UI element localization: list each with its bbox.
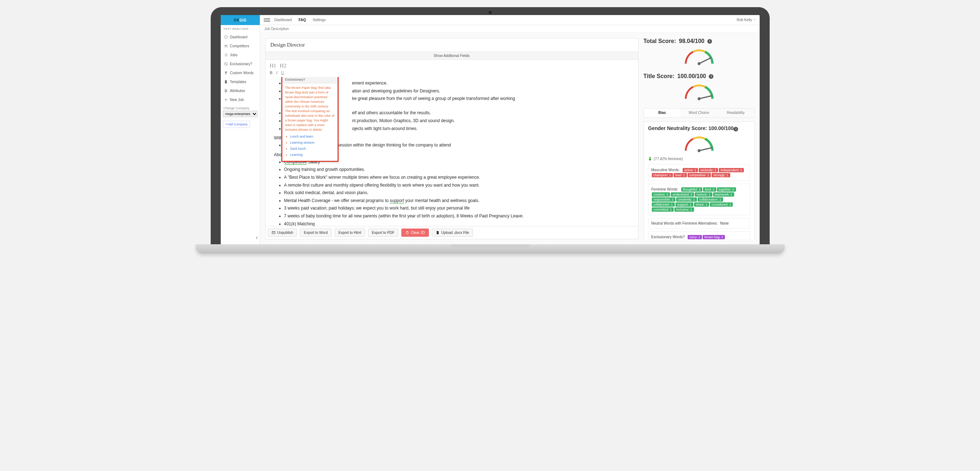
change-company-label: Change Company bbox=[221, 104, 260, 111]
info-icon[interactable]: i bbox=[733, 127, 738, 132]
sidebar-item-attributes[interactable]: Attributes bbox=[221, 86, 260, 95]
tab-readability[interactable]: Readability bbox=[718, 108, 754, 117]
sidebar-item-jobs[interactable]: Jobs bbox=[221, 51, 260, 59]
word-pill[interactable]: responsible: 1 bbox=[652, 197, 675, 201]
word-pill[interactable]: wickedly: 1 bbox=[699, 168, 718, 172]
word-pill[interactable]: inclusive: 1 bbox=[675, 208, 694, 212]
svg-point-2 bbox=[226, 45, 227, 46]
list-item: Rock solid medical, dental, and vision p… bbox=[284, 189, 630, 196]
list-item: Ongoing training and growth opportunitie… bbox=[284, 166, 630, 173]
word-pill[interactable]: committed: 1 bbox=[652, 208, 674, 212]
word-pill[interactable]: champion: 1 bbox=[652, 173, 673, 177]
word-pill[interactable]: support: 1 bbox=[675, 202, 694, 207]
brand-gig: GIG bbox=[239, 18, 247, 22]
hamburger-icon[interactable] bbox=[264, 17, 270, 22]
flagged-word[interactable]: support bbox=[390, 198, 404, 203]
toolbar-bold[interactable]: B bbox=[270, 70, 273, 76]
word-pill[interactable]: lead: 1 bbox=[674, 173, 687, 177]
user-menu[interactable]: Rob Kelly bbox=[737, 18, 756, 22]
info-icon[interactable]: i bbox=[707, 39, 712, 44]
people-icon bbox=[224, 44, 228, 48]
popover-suggestion[interactable]: Learning session bbox=[290, 141, 315, 144]
word-pill[interactable]: together: 2 bbox=[717, 187, 736, 192]
toolbar-h2[interactable]: H2 bbox=[280, 63, 286, 69]
editor-footer: Unpublish Export to Word Export to Html … bbox=[266, 226, 638, 239]
word-pill[interactable]: brown bag: 1 bbox=[703, 235, 725, 239]
popover-suggestion[interactable]: Sack lunch bbox=[290, 147, 306, 151]
masculine-label: Masculine Words: bbox=[651, 168, 680, 172]
neutral-label: Neutral Words with Feminine Alternatives… bbox=[651, 221, 718, 225]
sidebar-item-custom-words[interactable]: Custom Words bbox=[221, 68, 260, 78]
exclusionary-words-card: Exclusionary Words? carry: 1brown bag: 1 bbox=[648, 232, 750, 239]
company-select[interactable]: mega-enterprises bbox=[223, 111, 258, 117]
sidebar-item-exclusionary[interactable]: Exclusionary? bbox=[221, 59, 260, 68]
masculine-words-card: Masculine Words: active: 1wickedly: 1ind… bbox=[648, 164, 750, 181]
info-icon[interactable]: i bbox=[709, 74, 713, 79]
breadcrumb-text: Job Description bbox=[264, 27, 289, 31]
word-pill[interactable]: creatively: 1 bbox=[676, 197, 697, 201]
topnav-settings[interactable]: Settings bbox=[313, 18, 326, 22]
word-pill[interactable]: collaborate: 1 bbox=[652, 202, 675, 207]
unpublish-button[interactable]: Unpublish bbox=[268, 228, 297, 237]
word-pill[interactable]: considered: 1 bbox=[710, 202, 733, 207]
sidebar-item-label: Competitors bbox=[230, 44, 250, 48]
toolbar-h1[interactable]: H1 bbox=[270, 63, 276, 69]
mail-icon bbox=[272, 231, 275, 235]
toolbar-underline[interactable]: U bbox=[281, 70, 285, 76]
popover-suggestion[interactable]: Learning bbox=[290, 153, 303, 157]
score-tabs: Bias Word Choice Readability bbox=[644, 108, 755, 118]
total-score-title: Total Score: 98.04/100 i bbox=[644, 38, 755, 44]
sidebar-item-competitors[interactable]: Competitors bbox=[221, 41, 260, 51]
file-icon bbox=[224, 80, 228, 84]
word-pill[interactable]: understand: 3 bbox=[671, 192, 694, 197]
sidebar-item-label: Attributes bbox=[230, 89, 245, 93]
sidebar-item-dashboard[interactable]: Dashboard bbox=[221, 33, 260, 41]
show-additional-fields[interactable]: Show Additional Fields bbox=[266, 52, 638, 60]
popover-body: The Brown Paper Bag Test (aka Brown Bag … bbox=[285, 86, 335, 132]
toolbar-italic[interactable]: I bbox=[276, 70, 278, 76]
sidebar-item-templates[interactable]: Templates bbox=[221, 78, 260, 86]
sidebar-item-new-job[interactable]: New Job bbox=[221, 95, 260, 104]
add-company-button[interactable]: +Add Company bbox=[223, 121, 250, 128]
topnav-dashboard[interactable]: Dashboard bbox=[274, 18, 292, 22]
word-pill[interactable]: thoughtful: 2 bbox=[681, 187, 703, 192]
sidebar-item-label: Dashboard bbox=[230, 35, 248, 39]
sidebar-collapse-icon[interactable] bbox=[255, 236, 259, 241]
word-pill[interactable]: carry: 1 bbox=[687, 235, 702, 239]
word-pill[interactable]: independent: 1 bbox=[719, 168, 744, 172]
popover-suggestion[interactable]: Lunch and learn bbox=[290, 135, 313, 138]
export-pdf-button[interactable]: Export to PDF bbox=[368, 228, 398, 237]
feminine-label: Feminine Words: bbox=[651, 187, 678, 191]
laptop-camera bbox=[488, 11, 492, 14]
export-word-button[interactable]: Export to Word bbox=[300, 228, 332, 237]
word-pill[interactable]: strongly: 1 bbox=[712, 173, 730, 177]
clear-jd-button[interactable]: Clear JD bbox=[401, 228, 429, 237]
topnav-faq[interactable]: FAQ bbox=[299, 18, 306, 22]
sidebar-item-label: New Job bbox=[230, 98, 244, 102]
editor-body[interactable]: Exclusionary? The Brown Paper Bag Test (… bbox=[266, 77, 638, 226]
total-score-gauge bbox=[679, 46, 719, 67]
list-item: 7 weeks of baby bonding time for all new… bbox=[284, 213, 630, 220]
upload-docx-button[interactable]: Upload .docx File bbox=[432, 228, 473, 237]
word-pill[interactable]: kind: 2 bbox=[703, 187, 716, 192]
list-item: 3 weeks paid vacation; paid holidays; we… bbox=[284, 205, 630, 212]
tab-bias[interactable]: Bias bbox=[644, 108, 681, 117]
word-pill[interactable]: teamwork: 1 bbox=[713, 192, 734, 197]
svg-line-8 bbox=[699, 58, 711, 64]
title-score-title: Title Score: 100.00/100 i bbox=[644, 73, 755, 79]
sidebar-heading: TEXT ANALYZER bbox=[221, 25, 260, 33]
app-screen: ONGIG TEXT ANALYZER Dashboard Competitor… bbox=[221, 15, 760, 244]
word-pill[interactable]: creative: 4 bbox=[652, 192, 670, 197]
sidebar: ONGIG TEXT ANALYZER Dashboard Competitor… bbox=[221, 15, 260, 244]
job-title: Design Director bbox=[266, 38, 638, 52]
bias-panel: Gender Neutrality Score: 100.00/100i bbox=[644, 121, 755, 239]
svg-point-13 bbox=[649, 157, 651, 158]
export-html-button[interactable]: Export to Html bbox=[335, 228, 365, 237]
word-pill[interactable]: share: 1 bbox=[694, 202, 710, 207]
tab-word-choice[interactable]: Word Choice bbox=[681, 108, 718, 117]
word-pill[interactable]: competitive: 1 bbox=[687, 173, 711, 177]
word-pill[interactable]: collaboration: 1 bbox=[698, 197, 723, 201]
word-pill[interactable]: nurture: 1 bbox=[695, 192, 712, 197]
feminine-indicator: (77.42% feminine) bbox=[648, 157, 750, 162]
word-pill[interactable]: active: 1 bbox=[682, 168, 698, 172]
